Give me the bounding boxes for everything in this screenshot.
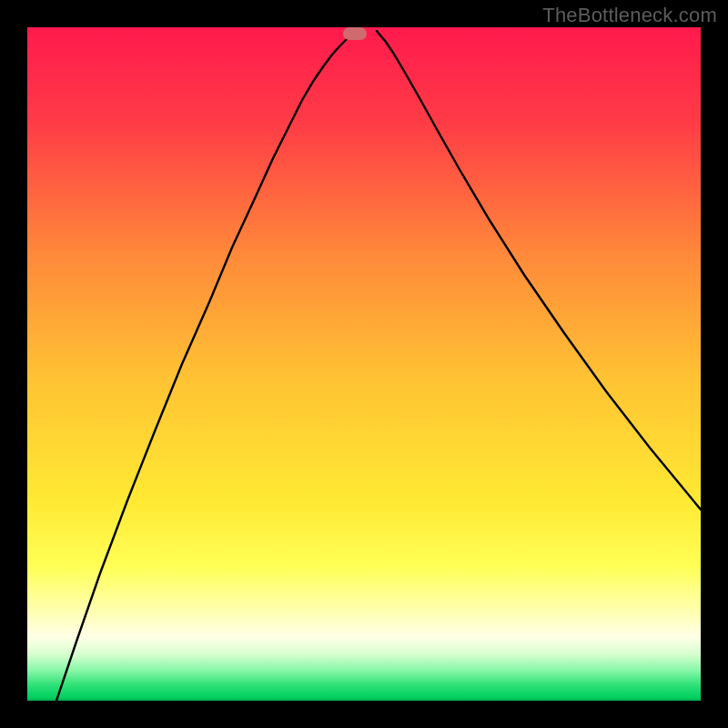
watermark-text: TheBottleneck.com [542,4,717,27]
bottleneck-curve [27,27,701,701]
optimum-marker [343,27,367,40]
chart-frame: TheBottleneck.com [0,0,728,728]
plot-area [27,27,701,701]
